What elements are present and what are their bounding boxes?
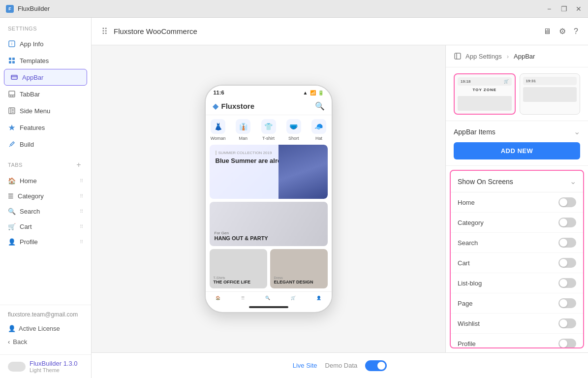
phone-product-grid: T-Shirts THE OFFICE LIFE Dress ELEGANT D… (210, 249, 328, 288)
banner-image (279, 145, 328, 199)
add-tab-button[interactable]: + (74, 160, 83, 169)
app-info-icon: i (8, 40, 16, 48)
breadcrumb: App Settings › AppBar (446, 45, 588, 67)
cat-tshirt[interactable]: 👕 T-shirt (256, 119, 281, 141)
active-license-item[interactable]: 👤 Active License (8, 322, 83, 335)
screen-name: Category (458, 219, 484, 226)
search-icon[interactable]: 🔍 (315, 101, 325, 111)
thumb-inner-1: 19:18 🛒 TOY ZONE (455, 74, 515, 114)
screen-toggle-category[interactable] (558, 218, 576, 227)
cat-label: Short (288, 136, 299, 141)
tabs-section: Tabs + 🏠 Home ⠿ ☰ Category ⠿ 🔍 (0, 158, 91, 250)
screen-toggle-search[interactable] (558, 238, 576, 248)
screen-toggle-profile[interactable] (558, 339, 576, 348)
theme-toggle[interactable] (8, 362, 26, 372)
drag-handle[interactable]: ⠿ (80, 239, 83, 245)
help-icon[interactable]: ? (574, 27, 578, 36)
toolbar-title: Fluxstore WooCommerce (114, 27, 197, 35)
breadcrumb-current: AppBar (514, 53, 535, 60)
sidebar-item-appinfo[interactable]: i App Info (0, 35, 91, 52)
maximize-button[interactable]: ❐ (560, 5, 567, 12)
tabbar-category[interactable]: ☰ (241, 296, 245, 300)
close-button[interactable]: ✕ (575, 5, 582, 12)
phone-wrapper: 11:6 ▲ 📶 🔋 ◆ Fluxstore (205, 85, 333, 313)
svg-rect-2 (9, 58, 11, 60)
show-screens-header[interactable]: Show On Screens ⌄ (451, 171, 583, 192)
drag-handle[interactable]: ⠿ (80, 178, 83, 184)
cat-woman[interactable]: 👗 Woman (206, 119, 231, 141)
cat-man[interactable]: 👔 Man (231, 119, 256, 141)
drag-handle[interactable]: ⠿ (80, 224, 83, 229)
battery-icon: 🔋 (318, 90, 324, 95)
screen-toggle-home[interactable] (558, 197, 576, 207)
app-title: FluxBuilder (18, 5, 50, 12)
phone-banner-1: SUMMER COLLECTION 2019 Blue Summer are a… (210, 145, 328, 199)
tabbar-icon (8, 90, 16, 98)
breadcrumb-parent: App Settings (465, 53, 502, 60)
preview-thumbnails: 19:18 🛒 TOY ZONE 19:31 (446, 67, 588, 121)
thumb-content-2 (523, 87, 577, 102)
tabbar-search[interactable]: 🔍 (265, 296, 270, 300)
screen-toggle-cart[interactable] (558, 258, 576, 268)
thumb-inner-2: 19:31 (520, 74, 580, 105)
cat-label: Man (239, 136, 248, 141)
sidebar-item-label: Side Menu (20, 107, 50, 115)
sidebar-item-tabbar[interactable]: TabBar (0, 86, 91, 102)
sidebar-item-build[interactable]: Build (0, 136, 91, 153)
appbar-items-header[interactable]: AppBar Items ⌄ (454, 127, 580, 136)
thumb-card-1[interactable]: 19:18 🛒 TOY ZONE (454, 73, 516, 115)
phone-home-indicator (206, 302, 332, 312)
toolbar-left: ⠿ Fluxstore WooCommerce (101, 26, 197, 37)
tab-search[interactable]: 🔍 Search ⠿ (0, 204, 91, 219)
data-toggle[interactable] (365, 360, 387, 371)
svg-rect-8 (9, 91, 15, 97)
add-new-button[interactable]: ADD NEW (454, 142, 580, 159)
tab-label: Profile (20, 238, 38, 246)
screen-toggle-wishlist[interactable] (558, 318, 576, 328)
cat-hat[interactable]: 🧢 Hat (306, 119, 331, 141)
main-layout: Settings i App Info Templates AppBar Tab… (0, 18, 588, 378)
tabbar-home[interactable]: 🏠 (216, 296, 220, 300)
settings-icon[interactable]: ⚙ (559, 27, 566, 36)
drag-handle[interactable]: ⠿ (80, 193, 83, 199)
tab-category[interactable]: ☰ Category ⠿ (0, 189, 91, 204)
cat-label: Hat (315, 136, 322, 141)
monitor-icon[interactable]: 🖥 (543, 27, 551, 36)
minimize-button[interactable]: − (546, 5, 553, 12)
tab-profile[interactable]: 👤 Profile ⠿ (0, 234, 91, 250)
sidebar-item-label: Templates (20, 57, 49, 64)
screen-row-cart: Cart (451, 253, 583, 273)
show-screens-label: Show On Screens (458, 178, 513, 186)
tab-cart[interactable]: 🛒 Cart ⠿ (0, 219, 91, 234)
drag-handle[interactable]: ⠿ (80, 209, 83, 214)
footer-email: fluxstore.team@gmail.com (8, 311, 83, 318)
tab-home[interactable]: 🏠 Home ⠿ (0, 173, 91, 189)
sidebar-item-sidemenu[interactable]: Side Menu (0, 102, 91, 119)
grid-item-1: T-Shirts THE OFFICE LIFE (210, 249, 267, 288)
sidebar-item-features[interactable]: Features (0, 119, 91, 136)
screen-name: Cart (458, 259, 470, 267)
back-label: Back (13, 338, 27, 346)
sidebar-item-templates[interactable]: Templates (0, 52, 91, 69)
preview-area: 11:6 ▲ 📶 🔋 ◆ Fluxstore (92, 45, 445, 352)
screen-name: List-blog (458, 280, 482, 287)
thumb-card-2[interactable]: 19:31 (520, 73, 581, 115)
tab-search-left: 🔍 Search (8, 208, 40, 215)
home-icon: 🏠 (8, 177, 16, 185)
back-button[interactable]: ‹ Back (8, 335, 83, 348)
tabbar-cart[interactable]: 🛒 (291, 296, 296, 300)
bottom-bar: Live Site Demo Data (92, 352, 588, 378)
tabbar-profile[interactable]: 👤 (316, 296, 321, 300)
grid-icon[interactable]: ⠿ (101, 26, 108, 37)
category-icon: ☰ (8, 192, 14, 200)
sidebar-item-appbar[interactable]: AppBar (4, 69, 87, 86)
license-icon: 👤 (8, 325, 16, 332)
phone-status-bar: 11:6 ▲ 📶 🔋 (206, 86, 332, 97)
screen-toggle-listblog[interactable] (558, 278, 576, 288)
cat-short[interactable]: 🩲 Short (281, 119, 306, 141)
screen-toggle-page[interactable] (558, 298, 576, 308)
data-toggle-track[interactable] (365, 360, 387, 371)
theme-section: FluxBuilder 1.3.0 Light Theme (0, 354, 91, 378)
wifi-icon: ▲ (303, 90, 308, 95)
tab-home-left: 🏠 Home (8, 177, 37, 185)
